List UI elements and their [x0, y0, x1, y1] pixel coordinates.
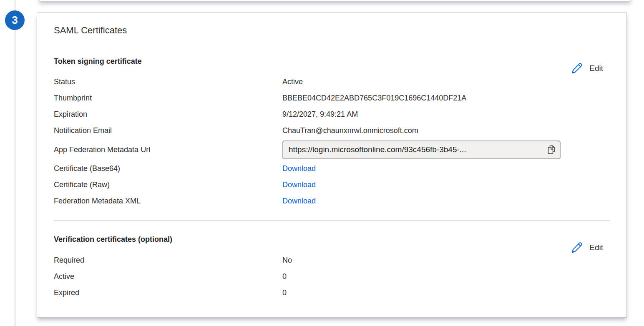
- field-row-cert-base64: Certificate (Base64) Download: [54, 160, 610, 177]
- field-label: Certificate (Raw): [54, 181, 282, 189]
- edit-pencil-icon: [571, 241, 583, 254]
- copy-icon[interactable]: [546, 144, 556, 155]
- field-label: Active: [54, 272, 282, 281]
- field-value: 0: [282, 288, 287, 297]
- download-cert-base64-link[interactable]: Download: [282, 164, 316, 173]
- edit-verification-button[interactable]: Edit: [571, 241, 603, 254]
- field-label: Federation Metadata XML: [54, 197, 282, 206]
- field-row-status: Status Active: [54, 74, 610, 90]
- field-value: ChauTran@chaunxnrwl.onmicrosoft.com: [282, 126, 418, 135]
- field-row-federation-metadata-xml: Federation Metadata XML Download: [54, 193, 610, 209]
- field-row-expiration: Expiration 9/12/2027, 9:49:21 AM: [54, 106, 610, 123]
- field-value: Active: [282, 78, 303, 86]
- edit-label: Edit: [589, 243, 603, 252]
- field-row-expired: Expired 0: [54, 285, 610, 301]
- field-label: Notification Email: [54, 126, 282, 135]
- field-row-cert-raw: Certificate (Raw) Download: [54, 177, 610, 193]
- step-connector-line: [15, 0, 15, 326]
- step-number: 3: [12, 14, 18, 27]
- field-value: 9/12/2027, 9:49:21 AM: [282, 110, 358, 119]
- field-label: Required: [54, 256, 282, 265]
- verification-certificates-heading: Verification certificates (optional): [54, 233, 610, 246]
- field-value: BBEBE04CD42E2ABD765C3F019C1696C1440DF21A: [282, 94, 466, 103]
- field-row-metadata-url: App Federation Metadata Url https://logi…: [54, 139, 610, 160]
- edit-pencil-icon: [571, 62, 583, 75]
- metadata-url-copy-field[interactable]: https://login.microsoftonline.com/93c456…: [282, 140, 561, 159]
- field-label: App Federation Metadata Url: [54, 145, 282, 154]
- previous-card-edge: [39, 0, 631, 1]
- step-number-badge: 3: [5, 10, 25, 30]
- token-signing-rows: Status Active Thumbprint BBEBE04CD42E2AB…: [54, 74, 610, 209]
- card-title: SAML Certificates: [54, 24, 610, 37]
- section-divider: [54, 220, 610, 221]
- field-row-active: Active 0: [54, 268, 610, 285]
- field-row-thumbprint: Thumbprint BBEBE04CD42E2ABD765C3F019C169…: [54, 90, 610, 106]
- saml-certificates-card: SAML Certificates Token signing certific…: [37, 13, 627, 318]
- edit-token-signing-button[interactable]: Edit: [571, 62, 603, 75]
- page: 3 SAML Certificates Token signing certif…: [0, 0, 644, 326]
- field-label: Expired: [54, 288, 282, 297]
- field-row-required: Required No: [54, 252, 610, 268]
- download-federation-xml-link[interactable]: Download: [282, 197, 316, 206]
- edit-label: Edit: [589, 64, 603, 73]
- verification-rows: Required No Active 0 Expired 0: [54, 252, 610, 301]
- metadata-url-value: https://login.microsoftonline.com/93c456…: [283, 145, 545, 154]
- field-label: Expiration: [54, 110, 282, 119]
- field-label: Certificate (Base64): [54, 164, 282, 173]
- field-value: No: [282, 256, 292, 265]
- field-row-notification-email: Notification Email ChauTran@chaunxnrwl.o…: [54, 123, 610, 139]
- download-cert-raw-link[interactable]: Download: [282, 181, 316, 189]
- field-label: Status: [54, 78, 282, 86]
- token-signing-heading: Token signing certificate: [54, 56, 610, 66]
- field-value: 0: [282, 272, 287, 281]
- field-label: Thumbprint: [54, 94, 282, 103]
